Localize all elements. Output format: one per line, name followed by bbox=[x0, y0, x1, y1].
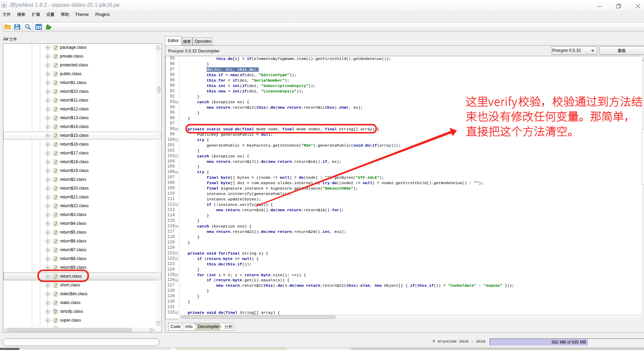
svg-text:1: 1 bbox=[53, 309, 55, 311]
